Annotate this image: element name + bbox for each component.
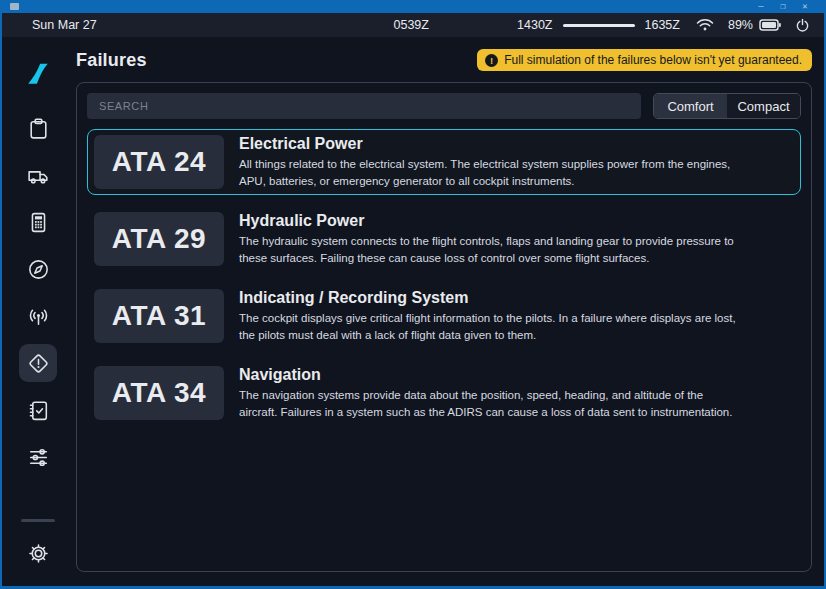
- arrival-time: 1635Z: [645, 18, 680, 32]
- failure-diamond-icon: [26, 351, 51, 376]
- ata-badge: ATA 34: [94, 366, 224, 420]
- app-body: Failures ! Full simulation of the failur…: [2, 37, 824, 586]
- warning-banner: ! Full simulation of the failures below …: [477, 49, 812, 71]
- app-window: – ❐ ✕ Sun Mar 27 0539Z 1430Z 1635Z 89%: [0, 0, 826, 589]
- flybywire-logo: [19, 55, 57, 93]
- failure-card-ata34[interactable]: ATA 34 Navigation The navigation systems…: [87, 360, 801, 426]
- search-input[interactable]: [87, 93, 641, 119]
- maximize-button[interactable]: ❐: [772, 0, 794, 13]
- failure-card-title: Indicating / Recording System: [239, 289, 742, 307]
- ata-badge: ATA 29: [94, 212, 224, 266]
- power-icon[interactable]: [795, 18, 810, 33]
- sidebar-item-checklists[interactable]: [19, 391, 57, 429]
- sidebar-item-settings[interactable]: [19, 534, 57, 572]
- page-title: Failures: [76, 50, 147, 71]
- failure-card-ata29[interactable]: ATA 29 Hydraulic Power The hydraulic sys…: [87, 206, 801, 272]
- statusbar-current-time: 0539Z: [394, 18, 429, 32]
- compass-icon: [26, 257, 51, 282]
- checklist-icon: [26, 398, 51, 423]
- sidebar-item-navigation[interactable]: [19, 250, 57, 288]
- view-mode-toggle: Comfort Compact: [653, 93, 801, 119]
- sidebar: [2, 37, 74, 586]
- flight-progress-bar: [563, 24, 635, 27]
- failure-card-description: The hydraulic system connects to the fli…: [239, 233, 742, 266]
- sidebar-item-atc[interactable]: [19, 297, 57, 335]
- warning-text: Full simulation of the failures below is…: [504, 53, 802, 67]
- sidebar-item-dispatch[interactable]: [19, 156, 57, 194]
- truck-icon: [26, 163, 51, 188]
- main-content: Failures ! Full simulation of the failur…: [74, 37, 824, 586]
- view-mode-comfort[interactable]: Comfort: [654, 94, 727, 118]
- departure-time: 1430Z: [517, 18, 552, 32]
- failure-card-description: The navigation systems provide data abou…: [239, 387, 742, 420]
- failure-card-title: Electrical Power: [239, 135, 742, 153]
- sidebar-item-failures[interactable]: [19, 344, 57, 382]
- statusbar-date: Sun Mar 27: [32, 18, 97, 32]
- broadcast-icon: [26, 304, 51, 329]
- gear-icon: [26, 541, 51, 566]
- sidebar-item-presets[interactable]: [19, 438, 57, 476]
- failure-card-title: Hydraulic Power: [239, 212, 742, 230]
- battery-percent: 89%: [728, 18, 753, 32]
- wifi-icon: [696, 18, 714, 32]
- close-button[interactable]: ✕: [794, 0, 816, 13]
- sidebar-item-performance[interactable]: [19, 203, 57, 241]
- failure-card-title: Navigation: [239, 366, 742, 384]
- calculator-icon: [26, 210, 51, 235]
- info-circle-icon: !: [485, 54, 498, 67]
- minimize-button[interactable]: –: [750, 0, 772, 13]
- failure-card-description: All things related to the electrical sys…: [239, 156, 742, 189]
- statusbar: Sun Mar 27 0539Z 1430Z 1635Z 89%: [2, 13, 824, 37]
- failure-card-list: ATA 24 Electrical Power All things relat…: [87, 129, 801, 426]
- failure-card-description: The cockpit displays give critical fligh…: [239, 310, 742, 343]
- os-titlebar: – ❐ ✕: [2, 0, 824, 13]
- sliders-icon: [26, 445, 51, 470]
- app-icon: [10, 3, 19, 10]
- failure-card-ata24[interactable]: ATA 24 Electrical Power All things relat…: [87, 129, 801, 195]
- clipboard-icon: [26, 116, 51, 141]
- failure-card-ata31[interactable]: ATA 31 Indicating / Recording System The…: [87, 283, 801, 349]
- flight-times: 1430Z 1635Z: [517, 18, 680, 32]
- battery-icon: [759, 19, 781, 31]
- sidebar-item-dashboard[interactable]: [19, 109, 57, 147]
- ata-badge: ATA 31: [94, 289, 224, 343]
- view-mode-compact[interactable]: Compact: [727, 94, 800, 118]
- sidebar-divider: [21, 519, 55, 522]
- failures-panel: Comfort Compact ATA 24 Electrical Power …: [76, 82, 812, 572]
- ata-badge: ATA 24: [94, 135, 224, 189]
